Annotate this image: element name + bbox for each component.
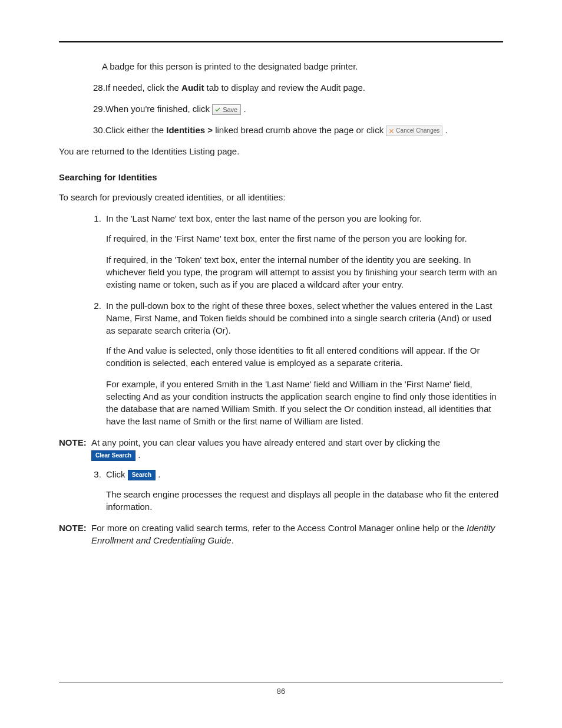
top-rule	[59, 41, 503, 42]
returned-text: You are returned to the Identities Listi…	[59, 145, 503, 157]
page-number: 86	[59, 683, 503, 696]
save-button[interactable]: Save	[212, 104, 241, 115]
document-page: A badge for this person is printed to th…	[0, 0, 562, 728]
step-29: 29.When you're finished, click Save .	[93, 103, 503, 115]
step-2: In the pull-down box to the right of the…	[104, 299, 503, 427]
steps-list: In the 'Last Name' text box, enter the l…	[91, 212, 503, 427]
step-3: Click Search . The search engine process…	[104, 468, 503, 513]
steps-list-continued: Click Search . The search engine process…	[91, 468, 503, 513]
search-button[interactable]: Search	[128, 470, 156, 480]
section-intro: To search for previously created identit…	[59, 191, 503, 203]
note-2: NOTE: For more on creating valid search …	[59, 522, 503, 546]
x-icon	[388, 128, 395, 134]
step-28: 28.If needed, click the Audit tab to dis…	[93, 81, 503, 94]
clear-search-button[interactable]: Clear Search	[91, 450, 135, 461]
section-heading: Searching for Identities	[59, 172, 503, 182]
check-icon	[214, 107, 221, 113]
step-30: 30.Click either the Identities > linked …	[93, 124, 503, 136]
step-1: In the 'Last Name' text box, enter the l…	[104, 212, 503, 291]
cancel-changes-button[interactable]: Cancel Changes	[386, 126, 442, 136]
note-1: NOTE: At any point, you can clear values…	[59, 436, 503, 461]
intro-badge-text: A badge for this person is printed to th…	[102, 60, 503, 73]
